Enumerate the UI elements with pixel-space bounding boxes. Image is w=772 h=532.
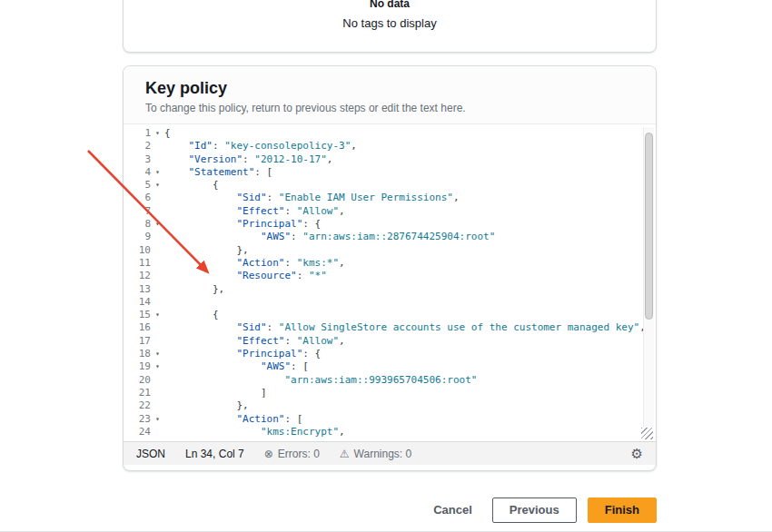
warning-triangle-icon: ⚠ bbox=[340, 448, 350, 460]
editor-line: 5▾ { bbox=[124, 179, 656, 192]
line-number: 8 bbox=[124, 218, 151, 231]
editor-line: 14 bbox=[124, 296, 656, 309]
fold-gutter-spacer bbox=[151, 387, 164, 399]
code-text: "Principal": { bbox=[164, 348, 321, 360]
empty-state-subtitle: No tags to display bbox=[342, 16, 436, 30]
editor-resize-grip[interactable] bbox=[641, 428, 653, 439]
code-text: }, bbox=[164, 283, 224, 296]
code-text: "Effect": "Allow", bbox=[164, 205, 345, 218]
code-text: "AWS": "arn:aws:iam::287674425904:root" bbox=[164, 231, 495, 243]
editor-status-bar: JSON Ln 34, Col 7 ⊗ Errors: 0 ⚠ Warnings… bbox=[124, 441, 656, 465]
line-number: 23 bbox=[124, 413, 151, 426]
error-circle-icon: ⊗ bbox=[264, 448, 273, 460]
previous-button[interactable]: Previous bbox=[492, 498, 577, 523]
fold-gutter-spacer bbox=[151, 231, 164, 243]
editor-line: 16 "Sid": "Allow SingleStore accounts us… bbox=[124, 321, 656, 334]
line-number: 16 bbox=[124, 321, 151, 334]
fold-gutter-spacer bbox=[151, 399, 164, 412]
policy-json-editor[interactable]: 1▾{2 "Id": "key-consolepolicy-3",3 "Vers… bbox=[124, 124, 656, 441]
key-policy-header: Key policy To change this policy, return… bbox=[124, 66, 656, 124]
editor-scrollbar-thumb[interactable] bbox=[645, 133, 653, 320]
fold-gutter-spacer bbox=[151, 374, 164, 387]
code-text: "Version": "2012-10-17", bbox=[164, 153, 332, 166]
editor-line: 24 "kms:Encrypt", bbox=[124, 426, 656, 438]
line-number: 22 bbox=[124, 399, 151, 412]
editor-line: 10 }, bbox=[124, 244, 656, 257]
fold-gutter-spacer bbox=[151, 335, 164, 348]
empty-state-title: No data bbox=[370, 0, 410, 10]
fold-gutter-spacer bbox=[151, 270, 164, 282]
editor-line: 4▾ "Statement": [ bbox=[124, 166, 656, 179]
fold-toggle-icon[interactable]: ▾ bbox=[151, 348, 164, 360]
page: No data No tags to display Key policy To… bbox=[0, 0, 772, 532]
code-text: "arn:aws:iam::993965704506:root" bbox=[164, 374, 477, 387]
code-text: "Effect": "Allow", bbox=[164, 335, 345, 348]
fold-toggle-icon[interactable]: ▾ bbox=[151, 166, 164, 179]
code-text: "Principal": { bbox=[164, 218, 321, 231]
key-policy-description: To change this policy, return to previou… bbox=[145, 102, 634, 114]
fold-gutter-spacer bbox=[151, 244, 164, 257]
code-text: "AWS": [ bbox=[164, 360, 309, 373]
editor-line: 8▾ "Principal": { bbox=[124, 218, 656, 231]
editor-line: 12 "Resource": "*" bbox=[124, 270, 656, 282]
key-policy-card: Key policy To change this policy, return… bbox=[123, 65, 657, 471]
code-text: { bbox=[164, 127, 171, 140]
fold-toggle-icon[interactable]: ▾ bbox=[151, 309, 164, 321]
line-number: 3 bbox=[124, 153, 151, 166]
fold-toggle-icon[interactable]: ▾ bbox=[151, 218, 164, 231]
line-number: 17 bbox=[124, 335, 151, 348]
line-number: 19 bbox=[124, 360, 151, 373]
editor-line: 13 }, bbox=[124, 283, 656, 296]
editor-line: 18▾ "Principal": { bbox=[124, 348, 656, 360]
editor-scrollbar[interactable] bbox=[643, 127, 654, 427]
line-number: 9 bbox=[124, 231, 151, 243]
code-text: "Resource": "*" bbox=[164, 270, 327, 282]
code-text: }, bbox=[164, 244, 249, 257]
code-text: "Id": "key-consolepolicy-3", bbox=[164, 140, 357, 153]
code-text: { bbox=[164, 179, 219, 192]
fold-gutter-spacer bbox=[151, 153, 164, 166]
code-text: }, bbox=[164, 399, 249, 412]
cancel-button[interactable]: Cancel bbox=[424, 498, 481, 522]
wizard-footer: Cancel Previous Finish bbox=[123, 498, 657, 523]
line-number: 1 bbox=[124, 127, 151, 140]
editor-line: 6 "Sid": "Enable IAM User Permissions", bbox=[124, 192, 656, 204]
code-text: "Statement": [ bbox=[164, 166, 272, 179]
editor-line: 11 "Action": "kms:*", bbox=[124, 257, 656, 270]
code-text: "Action": [ bbox=[164, 413, 302, 426]
fold-gutter-spacer bbox=[151, 140, 164, 153]
editor-line: 20 "arn:aws:iam::993965704506:root" bbox=[124, 374, 656, 387]
code-text: "kms:Encrypt", bbox=[164, 426, 345, 438]
fold-toggle-icon[interactable]: ▾ bbox=[151, 413, 164, 426]
editor-line: 19▾ "AWS": [ bbox=[124, 360, 656, 373]
fold-toggle-icon[interactable]: ▾ bbox=[151, 179, 164, 192]
code-text: "Sid": "Allow SingleStore accounts use o… bbox=[164, 321, 646, 334]
editor-cursor-position: Ln 34, Col 7 bbox=[185, 448, 244, 460]
warnings-count-label: Warnings: 0 bbox=[354, 448, 412, 460]
editor-line: 22 }, bbox=[124, 399, 656, 412]
code-text: ] bbox=[164, 387, 267, 399]
code-text: "Action": "kms:*", bbox=[164, 257, 345, 270]
line-number: 7 bbox=[124, 205, 151, 218]
fold-gutter-spacer bbox=[151, 426, 164, 438]
line-number: 21 bbox=[124, 387, 151, 399]
editor-settings-gear-icon[interactable]: ⚙ bbox=[631, 446, 643, 462]
editor-lines: 1▾{2 "Id": "key-consolepolicy-3",3 "Vers… bbox=[124, 127, 656, 438]
fold-toggle-icon[interactable]: ▾ bbox=[151, 127, 164, 140]
editor-line: 15▾ { bbox=[124, 309, 656, 321]
line-number: 6 bbox=[124, 192, 151, 204]
editor-line: 3 "Version": "2012-10-17", bbox=[124, 153, 656, 166]
fold-toggle-icon[interactable]: ▾ bbox=[151, 360, 164, 373]
key-policy-title: Key policy bbox=[145, 79, 634, 98]
line-number: 15 bbox=[124, 309, 151, 321]
line-number: 13 bbox=[124, 283, 151, 296]
line-number: 18 bbox=[124, 348, 151, 360]
line-number: 12 bbox=[124, 270, 151, 282]
fold-gutter-spacer bbox=[151, 321, 164, 334]
finish-button[interactable]: Finish bbox=[588, 498, 657, 523]
card-bottom-padding bbox=[124, 465, 656, 470]
code-text bbox=[164, 296, 171, 309]
line-number: 24 bbox=[124, 426, 151, 438]
fold-gutter-spacer bbox=[151, 205, 164, 218]
editor-warnings-status: ⚠ Warnings: 0 bbox=[340, 448, 411, 460]
